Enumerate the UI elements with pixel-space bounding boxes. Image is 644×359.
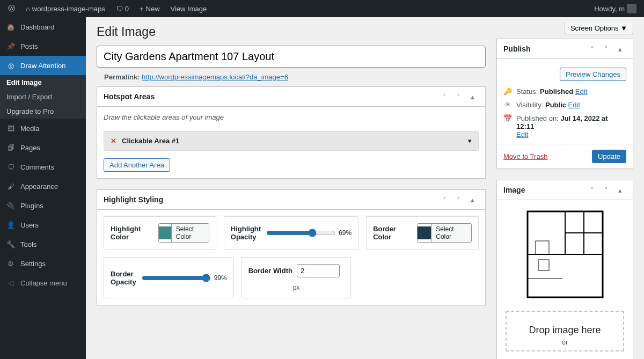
site-name-text: wordpress-image-maps (32, 5, 105, 13)
media-icon: 🖾 (5, 123, 16, 134)
menu-posts-label: Posts (20, 42, 38, 50)
panel-toggle[interactable]: ▴ (466, 90, 479, 103)
remove-area-icon[interactable]: ✕ (111, 137, 116, 145)
view-image-label: View Image (171, 5, 207, 13)
menu-users-label: Users (20, 221, 39, 229)
menu-users[interactable]: 👤 Users (0, 215, 86, 235)
image-panel: Image ˄ ˅ ▴ (496, 180, 633, 359)
add-another-area-button[interactable]: Add Another Area (104, 158, 170, 172)
gauge-icon: 🏠 (5, 21, 16, 32)
panel-move-up[interactable]: ˄ (438, 193, 451, 206)
triangle-down-icon: ▾ (468, 137, 472, 145)
styling-panel-title: Highlight Styling (104, 190, 163, 209)
users-icon: 👤 (5, 219, 16, 230)
caret-up-icon: ▴ (471, 196, 474, 204)
panel-move-up[interactable]: ˄ (586, 42, 598, 55)
page-title: Edit Image (97, 25, 486, 39)
submenu-import-export[interactable]: Import / Export (0, 90, 86, 104)
permalink-row: Permalink: http://wordpressimagemaps.loc… (97, 68, 486, 86)
panel-toggle[interactable]: ▴ (613, 42, 626, 55)
highlight-opacity-value: 69% (339, 229, 352, 237)
collapse-label: Collapse menu (20, 279, 67, 287)
border-opacity-box: Border Opacity 99% (104, 257, 234, 298)
preview-changes-button[interactable]: Preview Changes (560, 68, 626, 81)
panel-move-down[interactable]: ˅ (599, 42, 612, 55)
menu-draw-attention[interactable]: ◎ Draw Attention (0, 56, 86, 75)
highlight-opacity-label: Highlight Opacity (231, 225, 261, 241)
highlight-color-box: Highlight Color Select Color (104, 216, 216, 250)
menu-appearance[interactable]: 🖌 Appearance (0, 177, 86, 196)
highlight-opacity-slider[interactable] (266, 229, 335, 237)
menu-pages[interactable]: 🗐 Pages (0, 138, 86, 157)
chevron-down-icon: ˅ (457, 93, 460, 101)
comments-bubble[interactable]: 🗨 0 (112, 5, 133, 13)
permalink-link[interactable]: http://wordpressimagemaps.local/?da_imag… (142, 73, 288, 81)
panel-move-down[interactable]: ˅ (452, 193, 465, 206)
screen-options-button[interactable]: Screen Options ▼ (565, 23, 633, 34)
dropzone-or: or (512, 338, 618, 346)
panel-move-up[interactable]: ˄ (438, 90, 451, 103)
border-color-label: Border Color (373, 225, 412, 241)
move-to-trash-link[interactable]: Move to Trash (503, 152, 547, 160)
chevron-down-icon: ˅ (604, 45, 608, 53)
panel-move-down[interactable]: ˅ (452, 90, 465, 103)
highlight-color-label: Highlight Color (111, 225, 153, 241)
highlight-opacity-box: Highlight Opacity 69% (224, 216, 358, 250)
menu-comments[interactable]: 🗨 Comments (0, 157, 86, 177)
menu-tools-label: Tools (20, 240, 36, 248)
menu-settings[interactable]: ⚙ Settings (0, 254, 86, 273)
highlight-select-color-button[interactable]: Select Color (171, 224, 209, 242)
panel-move-down[interactable]: ˅ (599, 184, 612, 196)
wp-logo[interactable]: ⓦ (4, 4, 19, 13)
border-color-swatch[interactable] (418, 226, 431, 239)
image-panel-title: Image (503, 180, 525, 200)
menu-comments-label: Comments (20, 163, 54, 171)
menu-dashboard-label: Dashboard (20, 23, 55, 31)
menu-media-label: Media (20, 124, 39, 133)
menu-tools[interactable]: 🔧 Tools (0, 235, 86, 254)
comment-icon: 🗨 (116, 5, 123, 13)
edit-status-link[interactable]: Edit (575, 87, 587, 96)
wordpress-icon: ⓦ (8, 4, 15, 13)
collapse-menu[interactable]: ◁ Collapse menu (0, 273, 86, 292)
caret-up-icon: ▴ (618, 186, 622, 194)
menu-dashboard[interactable]: 🏠 Dashboard (0, 17, 86, 36)
site-name-link[interactable]: ⌂ wordpress-image-maps (22, 5, 109, 13)
eye-icon: 👁 (503, 101, 512, 109)
edit-visibility-link[interactable]: Edit (568, 101, 580, 109)
panel-toggle[interactable]: ▴ (466, 193, 479, 206)
menu-plugins[interactable]: 🔌 Plugins (0, 196, 86, 215)
border-color-box: Border Color Select Color (366, 216, 479, 250)
chevron-down-icon: ˅ (457, 196, 460, 204)
border-select-color-button[interactable]: Select Color (431, 224, 471, 242)
submenu-edit-image[interactable]: Edit Image (0, 75, 86, 90)
image-dropzone[interactable]: Drop image here or (506, 311, 624, 351)
border-width-input[interactable] (297, 264, 340, 277)
home-icon: ⌂ (26, 5, 30, 13)
update-button[interactable]: Update (592, 150, 626, 163)
howdy-text[interactable]: Howdy, m (594, 5, 625, 13)
comments-count: 0 (125, 5, 129, 13)
wrench-icon: 🔧 (5, 239, 16, 250)
brush-icon: 🖌 (5, 181, 16, 192)
view-image-link[interactable]: View Image (167, 5, 211, 13)
clickable-area-1[interactable]: ✕ Clickable Area #1 ▾ (104, 131, 479, 151)
hotspot-panel-title: Hotspot Areas (104, 87, 155, 106)
settings-icon: ⚙ (5, 258, 16, 269)
floorplan-thumbnail[interactable] (525, 209, 605, 300)
border-opacity-slider[interactable] (142, 274, 211, 282)
panel-move-up[interactable]: ˄ (586, 184, 598, 196)
menu-media[interactable]: 🖾 Media (0, 119, 86, 138)
menu-draw-attention-label: Draw Attention (20, 62, 66, 70)
area-expand-toggle[interactable]: ▾ (468, 137, 472, 145)
avatar[interactable] (627, 4, 636, 13)
menu-posts[interactable]: 📌 Posts (0, 36, 86, 56)
plugin-icon: 🔌 (5, 200, 16, 211)
panel-toggle[interactable]: ▴ (613, 184, 626, 196)
submenu-upgrade[interactable]: Upgrade to Pro (0, 104, 86, 119)
image-title-input[interactable] (97, 46, 486, 68)
highlight-styling-panel: Highlight Styling ˄ ˅ ▴ Highlight Color (97, 189, 486, 305)
edit-date-link[interactable]: Edit (516, 130, 528, 138)
highlight-color-swatch[interactable] (159, 226, 171, 239)
new-content[interactable]: + New (136, 5, 164, 13)
